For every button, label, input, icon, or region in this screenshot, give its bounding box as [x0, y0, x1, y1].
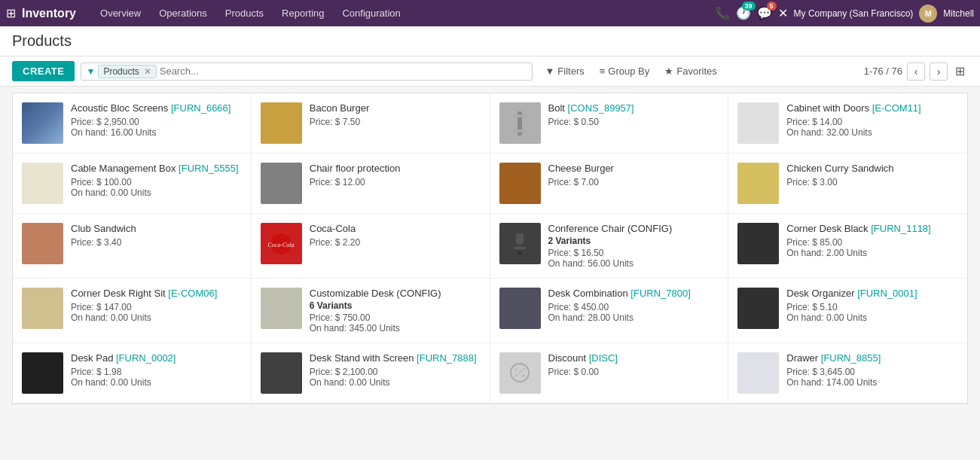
product-name: Customizable Desk (CONFIG): [310, 288, 481, 300]
product-image: [737, 223, 779, 264]
product-name: Drawer [FURN_8855]: [786, 352, 958, 365]
product-ref: [FURN_8855]: [821, 352, 881, 364]
groupby-icon: ≡: [600, 65, 606, 77]
nav-operations[interactable]: Operations: [150, 0, 216, 26]
product-price: Price: $ 1.98: [71, 367, 242, 377]
search-filter-icon: ▼: [86, 66, 95, 77]
groupby-label: Group By: [608, 65, 649, 77]
product-price: Price: $ 3.00: [786, 177, 958, 187]
product-ref: [FURN_0001]: [857, 288, 917, 299]
product-card[interactable]: Club SandwichPrice: $ 3.40: [13, 214, 252, 279]
company-name: My Company (San Francisco): [794, 8, 914, 19]
grid-view-button[interactable]: ⊞: [952, 62, 968, 80]
product-ref: [DISC]: [589, 352, 618, 364]
product-card[interactable]: Drawer [FURN_8855]Price: $ 3,645.00On ha…: [728, 343, 967, 404]
filters-label: Filters: [557, 65, 584, 77]
svg-rect-2: [514, 129, 526, 133]
product-ref: [E-COM11]: [872, 102, 921, 114]
product-card[interactable]: Customizable Desk (CONFIG)6 VariantsPric…: [252, 279, 490, 343]
nav-links: Overview Operations Products Reporting C…: [91, 0, 712, 26]
product-name: Corner Desk Black [FURN_1118]: [786, 223, 958, 236]
pagination-next[interactable]: ›: [930, 62, 948, 81]
product-onhand: On hand: 56.00 Units: [548, 258, 719, 269]
product-info: Coca-ColaPrice: $ 2.20: [310, 223, 481, 248]
create-button[interactable]: CREATE: [12, 61, 75, 81]
search-bar: ▼ Products ✕: [81, 62, 533, 81]
product-onhand: On hand: 0.00 Units: [71, 187, 242, 198]
nav-reporting[interactable]: Reporting: [273, 0, 333, 26]
product-card[interactable]: Bolt [CONS_89957]Price: $ 0.50: [490, 93, 729, 154]
product-name: Cabinet with Doors [E-COM11]: [786, 102, 958, 115]
product-card[interactable]: Discount [DISC]Price: $ 0.00: [490, 343, 729, 404]
product-price: Price: $ 100.00: [71, 177, 242, 187]
product-name: Desk Combination [FURN_7800]: [548, 288, 719, 300]
svg-rect-5: [516, 233, 524, 244]
nav-overview[interactable]: Overview: [91, 0, 150, 26]
product-name: Club Sandwich: [71, 223, 242, 236]
product-card[interactable]: Chicken Curry SandwichPrice: $ 3.00: [728, 154, 967, 214]
avatar[interactable]: M: [919, 5, 937, 23]
product-card[interactable]: Desk Combination [FURN_7800]Price: $ 450…: [490, 279, 729, 343]
product-ref: [E-COM06]: [168, 288, 217, 299]
search-tag-close[interactable]: ✕: [144, 66, 151, 77]
product-name: Desk Pad [FURN_0002]: [71, 352, 242, 365]
product-card[interactable]: Chair floor protectionPrice: $ 12.00: [252, 154, 490, 214]
filters-button[interactable]: ▼ Filters: [539, 62, 590, 80]
product-name: Desk Organizer [FURN_0001]: [786, 288, 958, 300]
product-image: Coca-Cola: [261, 223, 302, 264]
product-info: Acoustic Bloc Screens [FURN_6666]Price: …: [71, 102, 242, 138]
product-image: [737, 352, 779, 394]
product-image: [499, 288, 541, 329]
product-image: [261, 163, 302, 204]
grid-icon[interactable]: ⊞: [6, 6, 16, 20]
product-card[interactable]: Cabinet with Doors [E-COM11]Price: $ 14.…: [728, 93, 967, 154]
product-onhand: On hand: 0.00 Units: [71, 377, 242, 388]
page-header: Products: [0, 26, 980, 56]
favorites-button[interactable]: ★ Favorites: [658, 62, 722, 80]
product-card[interactable]: Desk Organizer [FURN_0001]Price: $ 5.10O…: [728, 279, 967, 343]
product-name: Discount [DISC]: [548, 352, 719, 365]
search-input[interactable]: [160, 65, 528, 77]
nav-products[interactable]: Products: [216, 0, 273, 26]
activity-badge-wrap: 🕐 39: [736, 6, 751, 20]
groupby-button[interactable]: ≡ Group By: [594, 62, 656, 80]
product-price: Price: $ 12.00: [310, 177, 481, 187]
activity-count: 39: [742, 2, 756, 11]
product-onhand: On hand: 32.00 Units: [786, 127, 958, 138]
product-info: Desk Combination [FURN_7800]Price: $ 450…: [548, 288, 719, 323]
product-card[interactable]: Desk Stand with Screen [FURN_7888]Price:…: [252, 343, 490, 404]
pagination-prev[interactable]: ‹: [907, 62, 925, 81]
message-count: 5: [767, 2, 777, 11]
filter-icon: ▼: [545, 65, 554, 77]
product-image: [22, 102, 63, 144]
search-tag-label: Products: [103, 66, 139, 77]
product-info: Desk Organizer [FURN_0001]Price: $ 5.10O…: [786, 288, 958, 323]
phone-icon[interactable]: 📞: [715, 6, 730, 20]
product-price: Price: $ 16.50: [548, 248, 719, 258]
product-info: Chicken Curry SandwichPrice: $ 3.00: [786, 163, 958, 187]
settings-icon[interactable]: ✕: [778, 6, 788, 20]
product-card[interactable]: Bacon BurgerPrice: $ 7.50: [252, 93, 490, 154]
product-ref: [FURN_7888]: [417, 352, 476, 364]
product-card[interactable]: Cable Management Box [FURN_5555]Price: $…: [13, 154, 252, 214]
navbar-right: 📞 🕐 39 💬 5 ✕ My Company (San Francisco) …: [715, 5, 974, 23]
nav-configuration[interactable]: Configuration: [333, 0, 409, 26]
product-card[interactable]: Coca-ColaCoca-ColaPrice: $ 2.20: [252, 214, 490, 279]
product-card[interactable]: Desk Pad [FURN_0002]Price: $ 1.98On hand…: [13, 343, 252, 404]
product-price: Price: $ 750.00: [310, 312, 481, 323]
product-variants: 2 Variants: [548, 236, 719, 246]
product-card[interactable]: Cheese BurgerPrice: $ 7.00: [490, 154, 729, 214]
product-card[interactable]: Corner Desk Black [FURN_1118]Price: $ 85…: [728, 214, 967, 279]
product-info: Desk Stand with Screen [FURN_7888]Price:…: [310, 352, 481, 388]
app-brand[interactable]: Inventory: [22, 7, 76, 20]
product-image: [499, 102, 541, 144]
product-image: [737, 102, 779, 144]
product-card[interactable]: Corner Desk Right Sit [E-COM06]Price: $ …: [13, 279, 252, 343]
product-card[interactable]: Conference Chair (CONFIG)2 VariantsPrice…: [490, 214, 729, 279]
product-onhand: On hand: 28.00 Units: [548, 312, 719, 323]
secondary-toolbar: CREATE ▼ Products ✕ ▼ Filters ≡ Group By: [0, 56, 980, 87]
product-info: Conference Chair (CONFIG)2 VariantsPrice…: [548, 223, 719, 269]
pagination: 1-76 / 76 ‹ › ⊞: [864, 62, 968, 81]
product-card[interactable]: Acoustic Bloc Screens [FURN_6666]Price: …: [13, 93, 252, 154]
product-price: Price: $ 0.00: [548, 367, 719, 377]
